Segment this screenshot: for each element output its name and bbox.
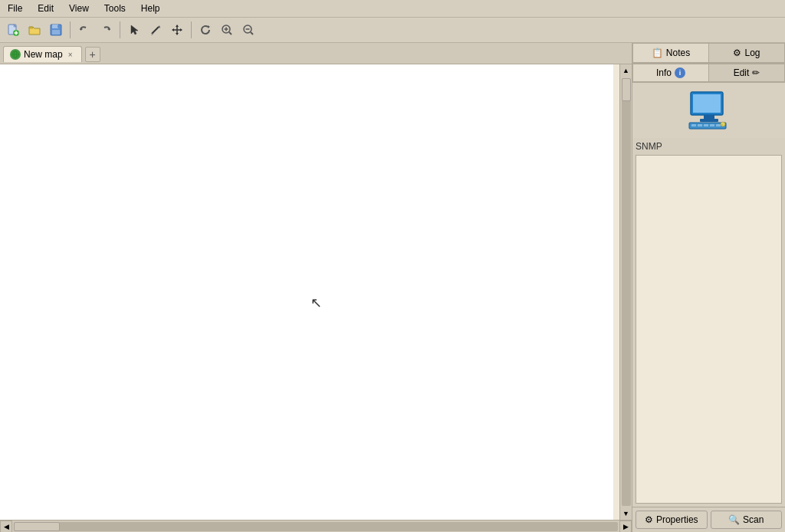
map-canvas[interactable]: ↖ xyxy=(0,64,613,520)
right-panel: 📋 Notes ⚙ Log Info i Edit ✏ xyxy=(632,43,785,532)
v-scroll-track[interactable] xyxy=(622,78,631,506)
snmp-section: SNMP xyxy=(632,138,785,507)
svg-marker-14 xyxy=(159,25,160,28)
svg-rect-8 xyxy=(52,30,60,34)
scroll-down-arrow[interactable]: ▼ xyxy=(620,507,632,520)
horizontal-scrollbar[interactable]: ◀ ▶ xyxy=(0,520,632,532)
h-scroll-thumb[interactable] xyxy=(14,522,60,531)
edit-tab[interactable]: Edit ✏ xyxy=(708,64,785,82)
svg-line-13 xyxy=(152,27,159,34)
svg-marker-18 xyxy=(176,25,179,27)
log-tab[interactable]: ⚙ Log xyxy=(708,43,785,63)
refresh-button[interactable] xyxy=(195,20,215,40)
info-tab-label: Info xyxy=(656,67,672,78)
properties-button[interactable]: ⚙ Properties xyxy=(636,511,708,529)
tab-close-button[interactable]: × xyxy=(66,50,75,59)
snmp-label: SNMP xyxy=(636,141,782,152)
right-top-tabs: 📋 Notes ⚙ Log xyxy=(632,43,785,64)
scan-button[interactable]: 🔍 Scan xyxy=(711,511,783,529)
new-file-button[interactable] xyxy=(3,20,23,40)
vertical-scrollbar[interactable]: ▲ ▼ xyxy=(619,64,632,520)
svg-line-29 xyxy=(251,32,253,34)
menu-tools[interactable]: Tools xyxy=(100,2,130,15)
svg-marker-12 xyxy=(131,25,138,34)
menu-file[interactable]: File xyxy=(3,2,27,15)
info-circle-icon: i xyxy=(675,67,685,78)
menu-bar: File Edit View Tools Help xyxy=(0,0,785,18)
zoom-in-button[interactable] xyxy=(217,20,237,40)
save-file-button[interactable] xyxy=(46,20,66,40)
notes-tab[interactable]: 📋 Notes xyxy=(632,43,708,63)
v-scroll-thumb[interactable] xyxy=(622,78,631,101)
edit-tab-label: Edit xyxy=(734,67,750,78)
tab-bar: New map × + xyxy=(0,43,632,64)
notes-tab-label: Notes xyxy=(666,48,690,58)
scan-label: Scan xyxy=(743,514,764,525)
right-bottom-buttons: ⚙ Properties 🔍 Scan xyxy=(632,507,785,532)
zoom-out-button[interactable] xyxy=(238,20,258,40)
scroll-left-arrow[interactable]: ◀ xyxy=(0,521,12,533)
separator-1 xyxy=(70,21,71,38)
scan-icon: 🔍 xyxy=(728,514,740,525)
svg-rect-41 xyxy=(710,124,714,126)
svg-rect-40 xyxy=(704,124,708,126)
left-panel: New map × + ↖ ▲ ▼ ◀ xyxy=(0,43,632,532)
open-file-button[interactable] xyxy=(25,20,44,40)
scroll-right-arrow[interactable]: ▶ xyxy=(619,521,632,533)
properties-label: Properties xyxy=(656,514,698,525)
svg-rect-9 xyxy=(57,25,59,28)
scroll-up-arrow[interactable]: ▲ xyxy=(620,64,632,77)
tab-globe-icon xyxy=(10,49,21,60)
tab-label: New map xyxy=(24,49,63,60)
notes-icon: 📋 xyxy=(652,48,663,58)
snmp-content[interactable] xyxy=(636,155,782,504)
draw-tool-button[interactable] xyxy=(146,20,166,40)
svg-rect-42 xyxy=(716,124,721,126)
svg-line-26 xyxy=(229,32,232,34)
edit-pencil-icon: ✏ xyxy=(752,67,760,78)
select-tool-button[interactable] xyxy=(124,20,144,40)
move-tool-button[interactable] xyxy=(167,20,187,40)
right-info-tabs: Info i Edit ✏ xyxy=(632,64,785,83)
separator-3 xyxy=(191,21,192,38)
log-icon: ⚙ xyxy=(733,48,741,58)
undo-button[interactable] xyxy=(74,20,94,40)
svg-rect-34 xyxy=(693,94,721,113)
redo-button[interactable] xyxy=(96,20,116,40)
separator-2 xyxy=(120,21,120,38)
canvas-area[interactable]: ↖ xyxy=(0,64,619,520)
svg-rect-7 xyxy=(52,25,58,28)
menu-edit[interactable]: Edit xyxy=(33,2,58,15)
info-tab[interactable]: Info i xyxy=(632,64,708,82)
h-scroll-track[interactable] xyxy=(14,522,618,531)
svg-rect-39 xyxy=(698,124,702,126)
toolbar xyxy=(0,18,785,43)
computer-icon-area: ? xyxy=(632,83,785,138)
canvas-scroll-container: ↖ ▲ ▼ xyxy=(0,64,632,520)
add-tab-button[interactable]: + xyxy=(85,47,100,62)
log-tab-label: Log xyxy=(744,48,760,58)
computer-icon: ? xyxy=(688,90,731,130)
map-tab[interactable]: New map × xyxy=(3,46,82,62)
menu-view[interactable]: View xyxy=(64,2,94,15)
menu-help[interactable]: Help xyxy=(136,2,165,15)
svg-marker-20 xyxy=(172,28,174,31)
svg-rect-36 xyxy=(700,119,718,122)
cursor: ↖ xyxy=(310,294,322,311)
svg-marker-22 xyxy=(208,25,210,28)
svg-rect-38 xyxy=(691,124,696,126)
main-area: New map × + ↖ ▲ ▼ ◀ xyxy=(0,43,785,532)
properties-gear-icon: ⚙ xyxy=(645,514,653,525)
svg-marker-21 xyxy=(180,28,182,31)
svg-marker-19 xyxy=(176,33,179,35)
